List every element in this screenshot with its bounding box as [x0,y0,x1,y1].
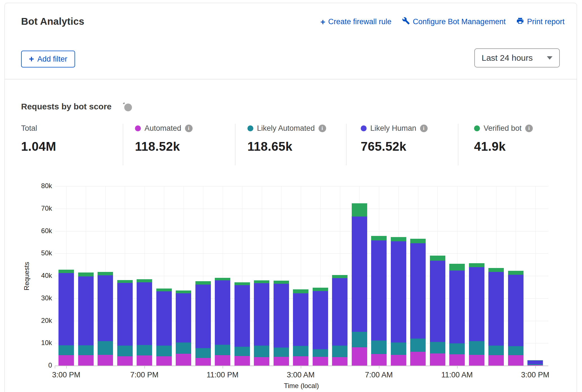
bar-segment-automated[interactable] [527,365,543,366]
bar-segment-automated[interactable] [488,355,504,366]
bar-segment-verified-bot[interactable] [332,275,348,278]
bar-segment-verified-bot[interactable] [215,278,230,280]
bar-segment-automated[interactable] [234,356,250,366]
bar-segment-verified-bot[interactable] [176,290,191,293]
bar-segment-likely-automated[interactable] [332,346,348,357]
bar-segment-verified-bot[interactable] [156,289,172,291]
bar-segment-verified-bot[interactable] [508,271,524,275]
bar-segment-likely-automated[interactable] [410,339,426,352]
bar-segment-automated[interactable] [195,358,211,366]
bar-segment-likely-automated[interactable] [313,349,328,357]
bar-segment-verified-bot[interactable] [195,281,211,285]
bar-segment-verified-bot[interactable] [78,272,94,276]
bar-segment-automated[interactable] [274,357,289,366]
bar-segment-likely-automated[interactable] [488,346,504,355]
bar-segment-likely-human[interactable] [488,272,504,346]
bar-segment-automated[interactable] [391,355,406,366]
bar-segment-verified-bot[interactable] [527,360,543,361]
bar-segment-verified-bot[interactable] [430,256,445,261]
bar-segment-automated[interactable] [508,355,524,366]
bar-segment-verified-bot[interactable] [293,289,308,293]
bar-segment-verified-bot[interactable] [313,288,328,291]
bar-segment-verified-bot[interactable] [449,264,465,271]
bar-segment-likely-human[interactable] [254,283,269,346]
bar-segment-automated[interactable] [137,355,152,366]
bar-segment-automated[interactable] [78,355,94,366]
bar-segment-likely-human[interactable] [156,291,172,346]
bar-segment-automated[interactable] [98,355,113,366]
bar-segment-likely-human[interactable] [508,275,524,346]
bar-segment-likely-human[interactable] [430,261,445,342]
bar-segment-verified-bot[interactable] [371,236,387,240]
bar-segment-likely-automated[interactable] [58,345,74,355]
bar-segment-likely-human[interactable] [137,282,152,345]
bar-segment-likely-human[interactable] [234,285,250,347]
bar-segment-likely-human[interactable] [391,241,406,343]
bar-segment-likely-automated[interactable] [527,364,543,365]
bar-segment-likely-human[interactable] [117,283,133,346]
bar-segment-automated[interactable] [449,354,465,366]
bar-segment-automated[interactable] [469,355,484,366]
bar-segment-likely-human[interactable] [293,293,308,346]
bar-segment-likely-automated[interactable] [391,343,406,355]
bar-segment-likely-human[interactable] [195,285,211,348]
bar-segment-likely-human[interactable] [274,284,289,348]
bar-segment-automated[interactable] [371,354,387,366]
bar-segment-likely-automated[interactable] [254,346,269,357]
bar-segment-likely-human[interactable] [58,273,74,345]
bar-segment-automated[interactable] [430,353,445,366]
bar-segment-automated[interactable] [293,356,308,366]
bar-segment-likely-automated[interactable] [176,343,191,354]
bar-segment-likely-automated[interactable] [508,346,524,355]
bar-segment-likely-human[interactable] [352,217,367,332]
bar-segment-verified-bot[interactable] [391,237,406,241]
bar-segment-likely-automated[interactable] [430,342,445,353]
bar-segment-automated[interactable] [352,347,367,366]
bar-segment-likely-automated[interactable] [234,347,250,356]
bar-segment-likely-automated[interactable] [156,346,172,356]
bar-segment-likely-automated[interactable] [215,345,230,355]
bar-segment-automated[interactable] [215,355,230,366]
bar-segment-likely-human[interactable] [98,275,113,341]
bar-segment-likely-human[interactable] [371,240,387,341]
bar-segment-likely-automated[interactable] [352,332,367,347]
bar-segment-likely-automated[interactable] [469,341,484,355]
bar-segment-likely-human[interactable] [410,243,426,339]
bar-segment-likely-automated[interactable] [274,348,289,357]
bar-segment-verified-bot[interactable] [98,272,113,275]
bar-segment-automated[interactable] [410,352,426,366]
bar-segment-verified-bot[interactable] [234,282,250,285]
bar-segment-verified-bot[interactable] [137,279,152,282]
bar-segment-verified-bot[interactable] [410,239,426,243]
bar-segment-likely-automated[interactable] [117,346,133,356]
bar-segment-verified-bot[interactable] [58,270,74,273]
bar-segment-likely-human[interactable] [449,271,465,343]
bar-segment-verified-bot[interactable] [274,281,289,284]
bar-segment-likely-automated[interactable] [371,341,387,354]
bar-segment-automated[interactable] [254,357,269,366]
bar-segment-likely-automated[interactable] [195,348,211,358]
bar-segment-automated[interactable] [176,354,191,366]
bar-segment-likely-human[interactable] [78,276,94,345]
bar-segment-automated[interactable] [313,357,328,366]
bar-segment-likely-human[interactable] [215,280,230,345]
bar-segment-automated[interactable] [332,357,348,366]
bar-segment-verified-bot[interactable] [469,263,484,267]
bar-segment-likely-human[interactable] [332,278,348,346]
bar-segment-likely-human[interactable] [313,291,328,349]
bar-segment-likely-automated[interactable] [293,346,308,356]
bar-segment-automated[interactable] [58,355,74,366]
bar-segment-likely-human[interactable] [469,267,484,341]
bar-segment-automated[interactable] [117,356,133,366]
bar-segment-verified-bot[interactable] [117,280,133,283]
bar-segment-likely-automated[interactable] [449,343,465,354]
bar-segment-likely-automated[interactable] [78,345,94,355]
bar-segment-likely-human[interactable] [527,361,543,364]
bar-segment-verified-bot[interactable] [254,280,269,283]
bar-segment-verified-bot[interactable] [488,268,504,272]
bar-segment-verified-bot[interactable] [352,203,367,217]
bar-segment-likely-human[interactable] [176,293,191,343]
bar-segment-likely-automated[interactable] [137,345,152,355]
bar-segment-likely-automated[interactable] [98,341,113,355]
bar-segment-automated[interactable] [156,356,172,366]
